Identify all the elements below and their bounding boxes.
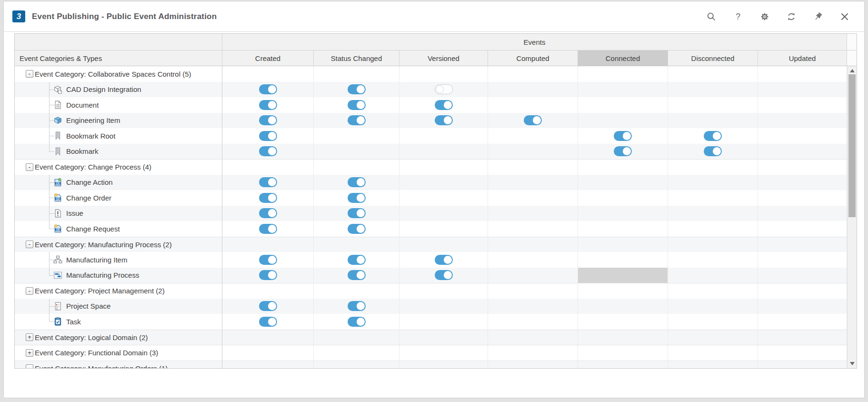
event-cell-created[interactable]: [222, 160, 314, 175]
event-cell-updated[interactable]: [758, 160, 847, 175]
scrollbar-down-arrow-icon[interactable]: [850, 362, 855, 365]
event-cell-connected[interactable]: [578, 221, 668, 237]
category-row[interactable]: +Event Category: Functional Domain (3): [15, 345, 847, 361]
event-cell-disconnected[interactable]: [668, 160, 758, 175]
event-toggle-disconnected-on[interactable]: [704, 146, 722, 156]
event-cell-status_changed[interactable]: [314, 113, 399, 129]
event-toggle-status_changed-on[interactable]: [348, 100, 366, 110]
event-cell-computed[interactable]: [488, 175, 578, 191]
event-cell-connected[interactable]: [578, 160, 668, 175]
event-cell-computed[interactable]: [488, 113, 578, 129]
event-cell-disconnected[interactable]: [668, 175, 758, 191]
event-cell-created[interactable]: [222, 268, 314, 283]
event-cell-computed[interactable]: [488, 345, 578, 361]
event-cell-connected[interactable]: [578, 252, 668, 268]
type-tree-cell[interactable]: Task: [15, 314, 222, 330]
event-cell-connected[interactable]: [578, 128, 668, 144]
type-tree-cell[interactable]: Document: [15, 97, 222, 113]
event-cell-status_changed[interactable]: [314, 82, 399, 98]
event-cell-computed[interactable]: [488, 237, 578, 252]
event-cell-disconnected[interactable]: [668, 252, 758, 268]
event-cell-computed[interactable]: [488, 221, 578, 237]
event-cell-created[interactable]: [222, 252, 314, 268]
event-cell-disconnected[interactable]: [668, 361, 758, 369]
event-cell-computed[interactable]: [488, 128, 578, 144]
event-cell-disconnected[interactable]: [668, 268, 758, 283]
event-cell-connected[interactable]: [578, 206, 668, 221]
collapse-button[interactable]: -: [26, 287, 33, 295]
event-cell-computed[interactable]: [488, 361, 578, 369]
event-cell-versioned[interactable]: [399, 345, 488, 361]
type-row[interactable]: Manufacturing Process: [15, 268, 847, 283]
settings-icon[interactable]: [759, 11, 770, 22]
event-toggle-versioned-on[interactable]: [435, 270, 453, 280]
event-cell-created[interactable]: [222, 144, 314, 160]
event-cell-computed[interactable]: [488, 252, 578, 268]
event-cell-created[interactable]: [222, 128, 314, 144]
event-cell-versioned[interactable]: [399, 144, 488, 160]
event-toggle-created-on[interactable]: [259, 193, 277, 203]
event-cell-status_changed[interactable]: [314, 252, 399, 268]
category-row[interactable]: +Event Category: Logical Domain (2): [15, 330, 847, 345]
event-cell-computed[interactable]: [488, 330, 578, 345]
event-cell-versioned[interactable]: [399, 314, 488, 330]
event-cell-disconnected[interactable]: [668, 345, 758, 361]
event-cell-updated[interactable]: [758, 128, 847, 144]
event-cell-updated[interactable]: [758, 330, 847, 345]
event-cell-updated[interactable]: [758, 361, 847, 369]
event-cell-versioned[interactable]: [399, 330, 488, 345]
type-row[interactable]: Bookmark Root: [15, 128, 847, 144]
event-cell-created[interactable]: [222, 299, 314, 314]
event-toggle-connected-on[interactable]: [614, 146, 632, 156]
type-tree-cell[interactable]: Bookmark Root: [15, 128, 222, 144]
event-toggle-status_changed-on[interactable]: [348, 115, 366, 125]
type-row[interactable]: CRChange Request: [15, 221, 847, 237]
scrollbar-up-arrow-icon[interactable]: [850, 69, 855, 72]
event-toggle-status_changed-on[interactable]: [348, 301, 366, 311]
event-cell-updated[interactable]: [758, 82, 847, 98]
collapse-button[interactable]: -: [26, 241, 33, 248]
event-cell-disconnected[interactable]: [668, 144, 758, 160]
event-cell-updated[interactable]: [758, 66, 847, 82]
event-cell-versioned[interactable]: [399, 190, 488, 206]
event-toggle-created-on[interactable]: [259, 224, 277, 234]
event-cell-updated[interactable]: [758, 97, 847, 113]
event-cell-created[interactable]: [222, 345, 314, 361]
event-cell-created[interactable]: [222, 206, 314, 221]
event-cell-connected[interactable]: [578, 268, 668, 283]
type-row[interactable]: Issue: [15, 206, 847, 221]
event-cell-status_changed[interactable]: [314, 345, 399, 361]
event-cell-disconnected[interactable]: [668, 113, 758, 129]
event-cell-created[interactable]: [222, 237, 314, 252]
type-row[interactable]: CAChange Action: [15, 175, 847, 191]
event-cell-connected[interactable]: [578, 237, 668, 252]
event-cell-computed[interactable]: [488, 268, 578, 283]
event-cell-disconnected[interactable]: [668, 97, 758, 113]
event-cell-versioned[interactable]: [399, 66, 488, 82]
event-cell-created[interactable]: [222, 97, 314, 113]
close-icon[interactable]: [839, 11, 850, 22]
event-cell-disconnected[interactable]: [668, 221, 758, 237]
event-cell-disconnected[interactable]: [668, 66, 758, 82]
event-cell-created[interactable]: [222, 175, 314, 191]
event-cell-disconnected[interactable]: [668, 206, 758, 221]
event-toggle-created-on[interactable]: [259, 115, 277, 125]
event-cell-versioned[interactable]: [399, 252, 488, 268]
event-cell-computed[interactable]: [488, 314, 578, 330]
column-header-created[interactable]: Created: [222, 50, 314, 66]
type-row[interactable]: Task: [15, 314, 847, 330]
event-cell-versioned[interactable]: [399, 206, 488, 221]
refresh-icon[interactable]: [786, 11, 797, 22]
type-tree-cell[interactable]: CRChange Request: [15, 221, 222, 237]
event-cell-connected[interactable]: [578, 66, 668, 82]
event-cell-connected[interactable]: [578, 144, 668, 160]
event-cell-computed[interactable]: [488, 190, 578, 206]
event-cell-created[interactable]: [222, 361, 314, 369]
event-toggle-versioned-on[interactable]: [435, 255, 453, 265]
event-toggle-status_changed-on[interactable]: [348, 270, 366, 280]
event-cell-versioned[interactable]: [399, 82, 488, 98]
collapse-button[interactable]: -: [26, 364, 33, 368]
scrollbar-thumb[interactable]: [848, 74, 856, 217]
event-toggle-created-on[interactable]: [259, 208, 277, 218]
event-cell-disconnected[interactable]: [668, 283, 758, 299]
